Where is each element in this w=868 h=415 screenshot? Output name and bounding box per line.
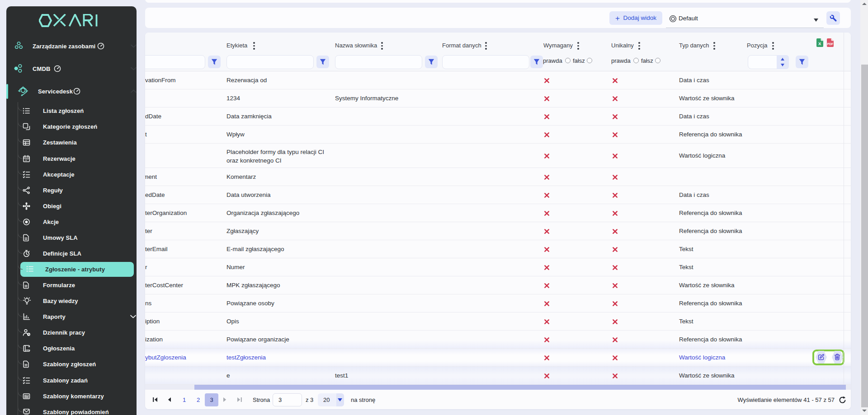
svg-text:X: X xyxy=(818,41,821,46)
svg-text:PDF: PDF xyxy=(827,42,833,46)
